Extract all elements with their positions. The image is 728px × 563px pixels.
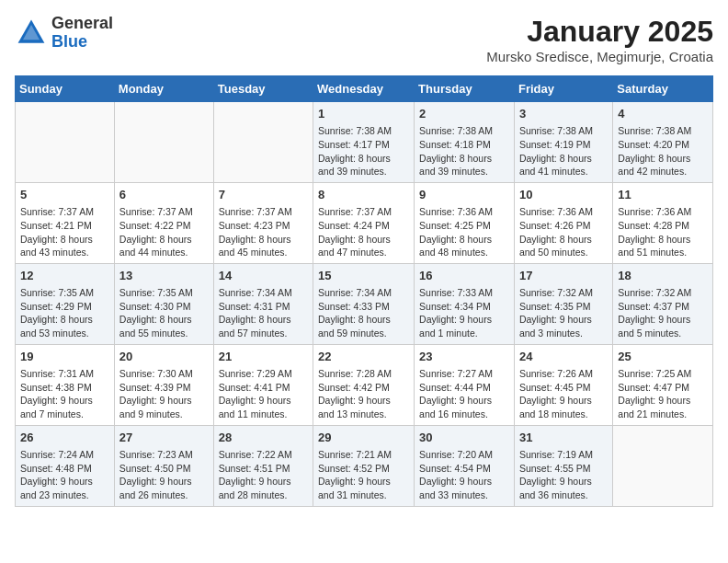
day-info: Sunrise: 7:23 AMSunset: 4:50 PMDaylight:…: [119, 448, 209, 502]
day-number: 2: [419, 106, 509, 122]
day-cell: 26Sunrise: 7:24 AMSunset: 4:48 PMDayligh…: [16, 425, 115, 506]
day-cell: 29Sunrise: 7:21 AMSunset: 4:52 PMDayligh…: [313, 425, 415, 506]
day-cell: 8Sunrise: 7:37 AMSunset: 4:24 PMDaylight…: [313, 182, 415, 263]
day-cell: 15Sunrise: 7:34 AMSunset: 4:33 PMDayligh…: [313, 263, 415, 344]
day-number: 19: [20, 349, 109, 365]
day-cell: [613, 425, 713, 506]
day-info: Sunrise: 7:20 AMSunset: 4:54 PMDaylight:…: [419, 448, 509, 502]
day-number: 18: [618, 268, 708, 284]
weekday-header-monday: Monday: [114, 76, 213, 102]
day-info: Sunrise: 7:38 AMSunset: 4:18 PMDaylight:…: [419, 124, 509, 178]
day-cell: 4Sunrise: 7:38 AMSunset: 4:20 PMDaylight…: [613, 102, 713, 183]
day-number: 23: [419, 349, 509, 365]
day-info: Sunrise: 7:37 AMSunset: 4:22 PMDaylight:…: [119, 205, 209, 259]
day-cell: 23Sunrise: 7:27 AMSunset: 4:44 PMDayligh…: [415, 344, 515, 425]
day-info: Sunrise: 7:33 AMSunset: 4:34 PMDaylight:…: [419, 286, 509, 340]
week-row-2: 5Sunrise: 7:37 AMSunset: 4:21 PMDaylight…: [16, 182, 713, 263]
day-number: 11: [618, 187, 708, 203]
weekday-header-thursday: Thursday: [415, 76, 515, 102]
day-number: 28: [219, 430, 308, 446]
day-number: 6: [119, 187, 209, 203]
day-info: Sunrise: 7:32 AMSunset: 4:35 PMDaylight:…: [519, 286, 608, 340]
day-number: 29: [318, 430, 409, 446]
location: Mursko Sredisce, Megimurje, Croatia: [486, 49, 713, 64]
day-cell: 17Sunrise: 7:32 AMSunset: 4:35 PMDayligh…: [514, 263, 612, 344]
day-cell: 2Sunrise: 7:38 AMSunset: 4:18 PMDaylight…: [415, 102, 515, 183]
day-info: Sunrise: 7:38 AMSunset: 4:20 PMDaylight:…: [618, 124, 708, 178]
day-cell: 5Sunrise: 7:37 AMSunset: 4:21 PMDaylight…: [16, 182, 115, 263]
day-info: Sunrise: 7:24 AMSunset: 4:48 PMDaylight:…: [20, 448, 109, 502]
day-info: Sunrise: 7:22 AMSunset: 4:51 PMDaylight:…: [219, 448, 308, 502]
day-info: Sunrise: 7:30 AMSunset: 4:39 PMDaylight:…: [119, 367, 209, 421]
day-info: Sunrise: 7:36 AMSunset: 4:26 PMDaylight:…: [519, 205, 608, 259]
day-info: Sunrise: 7:26 AMSunset: 4:45 PMDaylight:…: [519, 367, 608, 421]
month-title: January 2025: [486, 15, 713, 49]
logo: General Blue: [15, 15, 113, 52]
page-header: General Blue January 2025 Mursko Sredisc…: [15, 15, 713, 64]
day-number: 17: [519, 268, 608, 284]
week-row-4: 19Sunrise: 7:31 AMSunset: 4:38 PMDayligh…: [16, 344, 713, 425]
logo-blue: Blue: [51, 33, 113, 52]
day-info: Sunrise: 7:29 AMSunset: 4:41 PMDaylight:…: [219, 367, 308, 421]
day-cell: 19Sunrise: 7:31 AMSunset: 4:38 PMDayligh…: [16, 344, 115, 425]
day-number: 9: [419, 187, 509, 203]
day-info: Sunrise: 7:21 AMSunset: 4:52 PMDaylight:…: [318, 448, 409, 502]
calendar-body: 1Sunrise: 7:38 AMSunset: 4:17 PMDaylight…: [16, 102, 713, 507]
week-row-3: 12Sunrise: 7:35 AMSunset: 4:29 PMDayligh…: [16, 263, 713, 344]
day-cell: [213, 102, 313, 183]
day-cell: 11Sunrise: 7:36 AMSunset: 4:28 PMDayligh…: [613, 182, 713, 263]
day-number: 15: [318, 268, 409, 284]
day-info: Sunrise: 7:25 AMSunset: 4:47 PMDaylight:…: [618, 367, 708, 421]
weekday-header-row: SundayMondayTuesdayWednesdayThursdayFrid…: [16, 76, 713, 102]
day-info: Sunrise: 7:35 AMSunset: 4:30 PMDaylight:…: [119, 286, 209, 340]
day-cell: 6Sunrise: 7:37 AMSunset: 4:22 PMDaylight…: [114, 182, 213, 263]
day-cell: 27Sunrise: 7:23 AMSunset: 4:50 PMDayligh…: [114, 425, 213, 506]
day-cell: 10Sunrise: 7:36 AMSunset: 4:26 PMDayligh…: [514, 182, 612, 263]
day-cell: 30Sunrise: 7:20 AMSunset: 4:54 PMDayligh…: [415, 425, 515, 506]
day-number: 22: [318, 349, 409, 365]
weekday-header-saturday: Saturday: [613, 76, 713, 102]
day-cell: 16Sunrise: 7:33 AMSunset: 4:34 PMDayligh…: [415, 263, 515, 344]
day-info: Sunrise: 7:32 AMSunset: 4:37 PMDaylight:…: [618, 286, 708, 340]
day-cell: 31Sunrise: 7:19 AMSunset: 4:55 PMDayligh…: [514, 425, 612, 506]
day-cell: 24Sunrise: 7:26 AMSunset: 4:45 PMDayligh…: [514, 344, 612, 425]
day-info: Sunrise: 7:28 AMSunset: 4:42 PMDaylight:…: [318, 367, 409, 421]
day-number: 3: [519, 106, 608, 122]
day-cell: 1Sunrise: 7:38 AMSunset: 4:17 PMDaylight…: [313, 102, 415, 183]
day-number: 4: [618, 106, 708, 122]
weekday-header-wednesday: Wednesday: [313, 76, 415, 102]
day-cell: 25Sunrise: 7:25 AMSunset: 4:47 PMDayligh…: [613, 344, 713, 425]
weekday-header-sunday: Sunday: [16, 76, 115, 102]
day-number: 16: [419, 268, 509, 284]
day-cell: 13Sunrise: 7:35 AMSunset: 4:30 PMDayligh…: [114, 263, 213, 344]
logo-text: General Blue: [51, 15, 113, 52]
day-number: 10: [519, 187, 608, 203]
day-cell: 12Sunrise: 7:35 AMSunset: 4:29 PMDayligh…: [16, 263, 115, 344]
title-area: January 2025 Mursko Sredisce, Megimurje,…: [486, 15, 713, 64]
week-row-5: 26Sunrise: 7:24 AMSunset: 4:48 PMDayligh…: [16, 425, 713, 506]
calendar: SundayMondayTuesdayWednesdayThursdayFrid…: [15, 75, 713, 507]
logo-general: General: [51, 15, 113, 33]
day-info: Sunrise: 7:37 AMSunset: 4:21 PMDaylight:…: [20, 205, 109, 259]
day-cell: [16, 102, 115, 183]
day-info: Sunrise: 7:35 AMSunset: 4:29 PMDaylight:…: [20, 286, 109, 340]
calendar-header: SundayMondayTuesdayWednesdayThursdayFrid…: [16, 76, 713, 102]
weekday-header-tuesday: Tuesday: [213, 76, 313, 102]
day-cell: 14Sunrise: 7:34 AMSunset: 4:31 PMDayligh…: [213, 263, 313, 344]
week-row-1: 1Sunrise: 7:38 AMSunset: 4:17 PMDaylight…: [16, 102, 713, 183]
day-cell: 22Sunrise: 7:28 AMSunset: 4:42 PMDayligh…: [313, 344, 415, 425]
day-cell: [114, 102, 213, 183]
day-number: 24: [519, 349, 608, 365]
day-number: 31: [519, 430, 608, 446]
day-info: Sunrise: 7:34 AMSunset: 4:31 PMDaylight:…: [219, 286, 308, 340]
day-info: Sunrise: 7:34 AMSunset: 4:33 PMDaylight:…: [318, 286, 409, 340]
logo-icon: [15, 17, 48, 50]
day-number: 20: [119, 349, 209, 365]
day-info: Sunrise: 7:31 AMSunset: 4:38 PMDaylight:…: [20, 367, 109, 421]
day-cell: 21Sunrise: 7:29 AMSunset: 4:41 PMDayligh…: [213, 344, 313, 425]
day-info: Sunrise: 7:36 AMSunset: 4:28 PMDaylight:…: [618, 205, 708, 259]
day-info: Sunrise: 7:38 AMSunset: 4:19 PMDaylight:…: [519, 124, 608, 178]
day-cell: 18Sunrise: 7:32 AMSunset: 4:37 PMDayligh…: [613, 263, 713, 344]
day-number: 26: [20, 430, 109, 446]
day-info: Sunrise: 7:37 AMSunset: 4:24 PMDaylight:…: [318, 205, 409, 259]
